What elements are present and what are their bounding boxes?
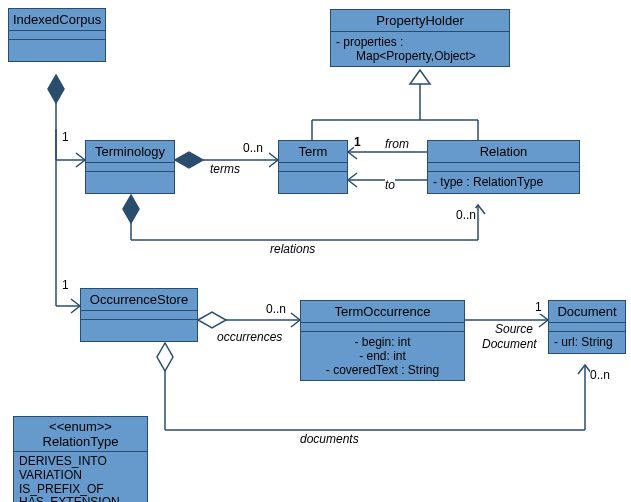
mid (301, 323, 464, 332)
assoc-source-doc1: Source (495, 322, 533, 336)
enum-header: <<enum>> RelationType (14, 417, 147, 452)
mid (9, 31, 105, 40)
assoc-source-doc2: Document (482, 337, 537, 351)
class-title: Terminology (86, 141, 174, 163)
assoc-documents: documents (300, 432, 359, 446)
mult-one-doc: 1 (535, 300, 542, 314)
class-indexedcorpus: IndexedCorpus (8, 8, 106, 62)
attrs: - properties : Map<Property,Object> (331, 32, 509, 66)
attrs: - url: String (549, 332, 625, 353)
enum-relationtype: <<enum>> RelationType DERIVES_INTO VARIA… (13, 416, 148, 502)
class-propertyholder: PropertyHolder - properties : Map<Proper… (330, 9, 510, 67)
class-title: Relation (428, 141, 579, 163)
class-title: PropertyHolder (331, 10, 509, 32)
mid (549, 323, 625, 332)
class-document: Document - url: String (548, 300, 626, 354)
assoc-terms: terms (210, 162, 240, 176)
assoc-from: from (385, 137, 409, 151)
class-title: TermOccurrence (301, 301, 464, 323)
class-title: RelationType (43, 434, 119, 449)
class-terminology: Terminology (85, 140, 175, 194)
attr-line: - end: int (359, 349, 406, 363)
attrs: - begin: int - end: int - coveredText : … (301, 332, 464, 380)
mult-zn-occ: 0..n (266, 302, 286, 316)
mult-zn-rel: 0..n (456, 208, 476, 222)
mult-one: 1 (62, 278, 69, 292)
class-relation: Relation - type : RelationType (427, 140, 580, 194)
attrs (279, 172, 347, 193)
class-occurrencestore: OccurrenceStore (80, 288, 198, 342)
mid (86, 163, 174, 172)
attrs (81, 320, 197, 341)
attrs (86, 172, 174, 193)
mult-zn: 0..n (243, 141, 263, 155)
mult-one: 1 (62, 130, 69, 144)
attr-line: - begin: int (354, 335, 410, 349)
attrs (9, 40, 105, 61)
assoc-to: to (385, 178, 395, 192)
attr-line: - coveredText : String (326, 363, 439, 377)
class-title: Document (549, 301, 625, 323)
stereotype: <<enum>> (49, 419, 112, 434)
mid (81, 311, 197, 320)
class-title: Term (279, 141, 347, 163)
mid (279, 163, 347, 172)
mult-one-from: 1 (354, 135, 361, 149)
class-termoccurrence: TermOccurrence - begin: int - end: int -… (300, 300, 465, 381)
class-title: IndexedCorpus (9, 9, 105, 31)
mid (428, 163, 579, 172)
attrs: - type : RelationType (428, 172, 579, 193)
literals: DERIVES_INTO VARIATION IS_PREFIX_OF HAS_… (14, 452, 147, 502)
mult-zn-doc: 0..n (590, 368, 610, 382)
assoc-relations: relations (270, 242, 315, 256)
class-term: Term (278, 140, 348, 194)
assoc-occurrences: occurrences (217, 330, 282, 344)
class-title: OccurrenceStore (81, 289, 197, 311)
